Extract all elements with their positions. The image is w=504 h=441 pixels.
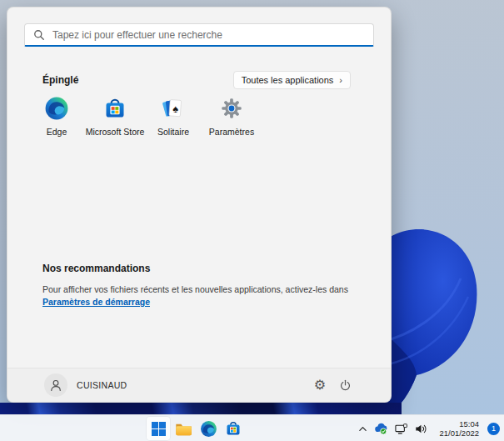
clock-date: 21/01/2022	[439, 428, 479, 438]
taskbar: 15:04 21/01/2022 1	[0, 414, 504, 441]
all-apps-label: Toutes les applications	[242, 75, 334, 85]
app-label: Edge	[47, 127, 67, 137]
speaker-waves-icon	[414, 422, 428, 436]
chevron-up-icon	[357, 423, 368, 434]
app-tile-edge[interactable]: Edge	[27, 96, 86, 137]
power-icon	[338, 378, 352, 393]
solitaire-icon: ♠	[161, 96, 186, 121]
microsoft-store-icon	[102, 96, 127, 121]
app-label: Microsoft Store	[86, 127, 145, 137]
app-label: Paramètres	[209, 127, 254, 137]
user-account-button[interactable]: CUISINAUD	[44, 373, 127, 397]
microsoft-store-icon	[225, 420, 242, 437]
notification-badge[interactable]: 1	[487, 423, 500, 435]
recommended-message-text: Pour afficher vos fichiers récents et le…	[42, 284, 348, 294]
start-button[interactable]	[147, 417, 170, 440]
search-icon	[33, 29, 45, 41]
edge-icon	[44, 96, 69, 121]
windows-logo-icon	[152, 422, 166, 436]
tray-expand-button[interactable]	[357, 423, 368, 434]
pinned-apps-row: Edge Micros	[27, 96, 261, 137]
start-menu: Épinglé Toutes les applications ›	[7, 7, 392, 403]
app-tile-microsoft-store[interactable]: Microsoft Store	[86, 96, 144, 137]
app-tile-parametres[interactable]: Paramètres	[202, 96, 261, 137]
security-status-button[interactable]	[374, 422, 388, 436]
taskbar-app-buttons	[147, 417, 245, 440]
recommended-title: Nos recommandations	[42, 263, 150, 274]
network-button[interactable]	[394, 422, 408, 436]
username-label: CUISINAUD	[77, 380, 127, 390]
recommended-message: Pour afficher vos fichiers récents et le…	[42, 283, 376, 308]
power-button[interactable]	[332, 373, 357, 398]
spade-glyph: ♠	[172, 103, 178, 115]
search-bar[interactable]	[24, 23, 374, 47]
file-explorer-button[interactable]	[172, 417, 195, 440]
clock-time: 15:04	[439, 419, 479, 428]
footer-settings-button[interactable]: ⚙	[307, 373, 332, 398]
chevron-right-icon: ›	[339, 76, 342, 85]
avatar	[44, 373, 67, 397]
microsoft-store-button[interactable]	[222, 417, 245, 440]
wallpaper-bloom-strip	[0, 403, 402, 414]
person-icon	[48, 378, 63, 393]
start-menu-footer: CUISINAUD ⚙	[7, 368, 391, 402]
gear-icon: ⚙	[314, 378, 326, 392]
edge-button[interactable]	[197, 417, 220, 440]
folder-icon	[175, 421, 192, 436]
shield-check-icon	[374, 422, 388, 436]
startup-settings-link[interactable]: Paramètres de démarrage	[42, 297, 150, 307]
edge-icon	[200, 420, 217, 438]
app-tile-solitaire[interactable]: ♠ Solitaire	[144, 96, 202, 137]
app-label: Solitaire	[157, 127, 189, 137]
taskbar-clock[interactable]: 15:04 21/01/2022	[439, 419, 479, 438]
settings-gear-icon	[219, 96, 244, 121]
search-input[interactable]	[52, 29, 365, 41]
volume-button[interactable]	[414, 422, 428, 436]
ethernet-monitor-icon	[394, 422, 408, 436]
pinned-title: Épinglé	[42, 74, 78, 86]
pinned-section-header: Épinglé Toutes les applications ›	[42, 71, 351, 89]
system-tray: 15:04 21/01/2022 1	[357, 415, 500, 441]
all-apps-button[interactable]: Toutes les applications ›	[233, 71, 351, 89]
